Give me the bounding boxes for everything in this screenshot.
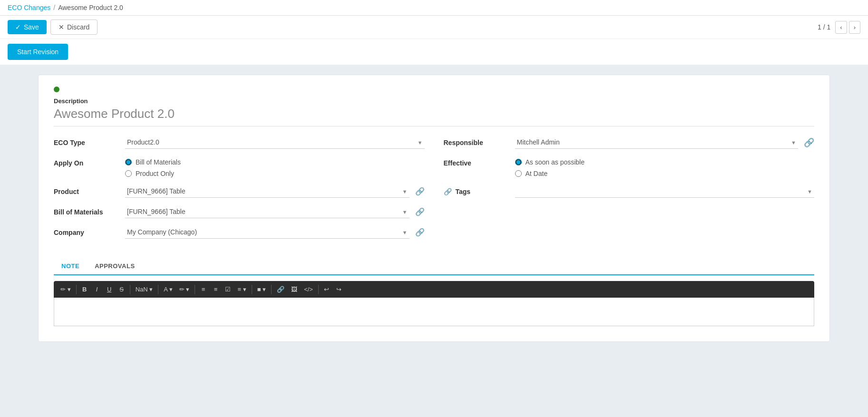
tags-select-wrapper: ▼ [515,185,815,198]
responsible-select[interactable]: Mitchell Admin [515,136,799,149]
editor-table-button[interactable]: ■ ▾ [254,284,269,295]
apply-on-bom-radio[interactable] [125,159,132,165]
apply-on-product-option[interactable]: Product Only [125,170,425,177]
tab-note[interactable]: NOTE [54,258,87,275]
prev-page-button[interactable]: ‹ [835,21,847,34]
toolbar-sep-7 [318,285,319,294]
editor-strikethrough-button[interactable]: S [116,284,127,295]
breadcrumb: ECO Changes / Awesome Product 2.0 [8,4,123,11]
company-select-row: My Company (Chicago) ▼ 🔗 [125,226,425,239]
editor-italic-button[interactable]: I [91,284,103,295]
form-left-column: ECO Type Product2.0 ▼ Apply On [54,136,425,246]
eco-type-group: ECO Type Product2.0 ▼ [54,136,425,149]
pagination-controls: 1 / 1 ‹ › [815,21,860,34]
company-label: Company [54,226,125,236]
bom-select-wrapper: [FURN_9666] Table ▼ [125,205,410,218]
status-dot [54,87,59,92]
company-select-wrapper: My Company (Chicago) ▼ [125,226,410,239]
breadcrumb-link[interactable]: ECO Changes [8,4,50,11]
effective-atdate-option[interactable]: At Date [515,170,815,177]
product-label: Product [54,185,125,195]
form-title: Awesome Product 2.0 [54,107,814,126]
action-bar: Start Revision [0,39,868,65]
editor-content-area[interactable] [54,298,814,326]
product-external-link-icon[interactable]: 🔗 [415,187,425,196]
breadcrumb-bar: ECO Changes / Awesome Product 2.0 [0,0,868,16]
breadcrumb-separator: / [53,4,55,11]
save-checkmark-icon: ✓ [15,23,21,31]
editor-ordered-list-button[interactable]: ≡ [210,284,221,295]
responsible-group: Responsible Mitchell Admin ▼ 🔗 [444,136,815,149]
effective-label: Effective [444,156,515,167]
discard-x-icon: ✕ [59,23,64,31]
next-page-button[interactable]: › [849,21,860,34]
toolbar-sep-6 [271,285,272,294]
responsible-external-link-icon[interactable]: 🔗 [804,137,814,148]
editor-highlight-button[interactable]: ✏ ▾ [176,284,193,295]
tags-link-icon: 🔗 [444,188,452,195]
tabs-nav: NOTE APPROVALS [54,258,814,275]
editor-fontsize-button[interactable]: NaN ▾ [133,284,156,295]
apply-on-field: Bill of Materials Product Only [125,156,425,177]
form-body: ECO Type Product2.0 ▼ Apply On [54,136,814,246]
editor-toolbar: ✏ ▾ B I U S NaN ▾ A ▾ ✏ ▾ ≡ ≡ ☑ ≡ ▾ ■ ▾ … [54,281,814,298]
editor-image-button[interactable]: 🖼 [288,284,300,295]
tags-field: ▼ [515,185,815,198]
effective-asap-option[interactable]: As soon as possible [515,158,815,166]
product-select[interactable]: [FURN_9666] Table [125,185,410,198]
apply-on-product-radio[interactable] [125,170,132,177]
bom-label: Bill of Materials [54,205,125,216]
editor-underline-button[interactable]: U [104,284,115,295]
editor-link-button[interactable]: 🔗 [274,284,287,295]
product-select-wrapper: [FURN_9666] Table ▼ [125,185,410,198]
apply-on-bom-label: Bill of Materials [136,158,181,166]
effective-atdate-label: At Date [526,170,548,177]
apply-on-bom-option[interactable]: Bill of Materials [125,158,425,166]
effective-atdate-radio[interactable] [515,170,522,177]
responsible-select-wrapper: Mitchell Admin ▼ [515,136,799,149]
company-field: My Company (Chicago) ▼ 🔗 [125,226,425,239]
tags-select[interactable] [515,185,815,198]
editor-checklist-button[interactable]: ☑ [222,284,234,295]
responsible-label: Responsible [444,136,515,146]
toolbar-sep-1 [76,285,77,294]
company-group: Company My Company (Chicago) ▼ 🔗 [54,226,425,239]
editor-align-button[interactable]: ≡ ▾ [234,284,249,295]
form-right-column: Responsible Mitchell Admin ▼ 🔗 [444,136,815,246]
toolbar-sep-3 [158,285,158,294]
effective-field: As soon as possible At Date [515,156,815,177]
responsible-field: Mitchell Admin ▼ 🔗 [515,136,815,149]
save-button[interactable]: ✓ Save [8,20,47,34]
main-toolbar: ✓ Save ✕ Discard 1 / 1 ‹ › [0,16,868,39]
discard-button[interactable]: ✕ Discard [50,19,98,35]
editor-unordered-list-button[interactable]: ≡ [197,284,209,295]
responsible-select-row: Mitchell Admin ▼ 🔗 [515,136,815,149]
product-field: [FURN_9666] Table ▼ 🔗 [125,185,425,198]
editor-undo-button[interactable]: ↩ [321,284,332,295]
bom-group: Bill of Materials [FURN_9666] Table ▼ 🔗 [54,205,425,218]
pagination-text: 1 / 1 [818,23,830,31]
toolbar-sep-2 [130,285,130,294]
description-label: Description [54,97,814,105]
bom-select[interactable]: [FURN_9666] Table [125,205,410,218]
editor-fontcolor-button[interactable]: A ▾ [161,284,176,295]
company-external-link-icon[interactable]: 🔗 [415,228,425,237]
start-revision-button[interactable]: Start Revision [8,44,68,60]
eco-type-select[interactable]: Product2.0 [125,136,425,149]
eco-type-label: ECO Type [54,136,125,146]
editor-redo-button[interactable]: ↪ [333,284,345,295]
product-select-row: [FURN_9666] Table ▼ 🔗 [125,185,425,198]
editor-bold-button[interactable]: B [79,284,90,295]
apply-on-product-label: Product Only [136,170,174,177]
tags-label-text: Tags [455,188,470,195]
apply-on-group: Apply On Bill of Materials Product Only [54,156,425,177]
editor-edit-button[interactable]: ✏ ▾ [58,284,74,295]
company-select[interactable]: My Company (Chicago) [125,226,410,239]
bom-external-link-icon[interactable]: 🔗 [415,207,425,216]
tab-approvals[interactable]: APPROVALS [87,258,142,274]
editor-code-button[interactable]: </> [301,284,316,295]
tabs-section: NOTE APPROVALS ✏ ▾ B I U S NaN ▾ A ▾ ✏ ▾… [54,258,814,326]
toolbar-actions: ✓ Save ✕ Discard [8,19,98,35]
tags-group: 🔗 Tags ▼ [444,185,815,198]
effective-asap-radio[interactable] [515,159,522,165]
